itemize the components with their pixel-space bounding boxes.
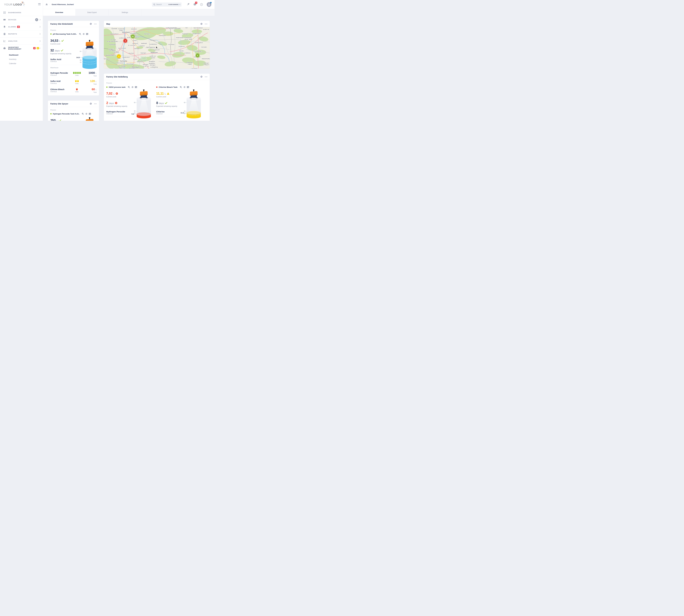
tank-analytics-button[interactable] xyxy=(128,86,130,88)
sidebar-item-alarms[interactable]: ALARMS 18 xyxy=(0,23,43,30)
chevron-down-icon xyxy=(39,48,41,49)
map-canvas[interactable]: GrünstadtFrankenthal(Pfalz)WeinheimBuche… xyxy=(104,27,210,69)
tank-device-button[interactable] xyxy=(86,33,88,35)
tank-status-dot xyxy=(106,87,108,88)
svg-text:11,11: 11,11 xyxy=(181,112,184,114)
capacity-value: 32 xyxy=(50,48,54,52)
map-city-label: Stromberg- xyxy=(140,58,147,60)
level-status-icon xyxy=(167,92,169,95)
card-more-button[interactable]: ••• xyxy=(94,23,97,25)
home-icon[interactable] xyxy=(46,3,48,5)
sidebar-item-devices[interactable]: DEVICES + xyxy=(0,16,43,23)
sidebar-item-analysis[interactable]: ANALYSIS xyxy=(0,38,43,45)
warning-icon xyxy=(167,92,169,95)
card-settings-button[interactable] xyxy=(200,75,203,78)
tank-analytics-button[interactable] xyxy=(180,86,182,88)
subnav-item-inventory[interactable]: Inventory xyxy=(9,57,43,61)
app-logo[interactable]: YOUR LOGO xyxy=(4,3,22,6)
chart-line-icon xyxy=(3,40,6,42)
breadcrumb: · Good Afternoon, Jochen! xyxy=(46,3,74,6)
inventory-yellow-badge: 2 xyxy=(37,47,39,49)
total-label: Total xyxy=(84,75,97,76)
gear-icon xyxy=(183,86,185,88)
card-more-button[interactable]: ••• xyxy=(94,103,97,105)
messages-button[interactable]: 4 xyxy=(193,3,196,6)
map-cluster-marker[interactable]: 2 xyxy=(117,54,121,59)
sidebar-item-inventory-management[interactable]: INVENTORY MANAGEMENT 4 2 xyxy=(0,45,43,52)
logo-text-logo: LOGO xyxy=(14,3,22,6)
tank-settings-button[interactable] xyxy=(132,86,134,88)
menu-toggle-button[interactable] xyxy=(38,3,41,5)
level-unit: L xyxy=(59,40,61,42)
card-settings-button[interactable] xyxy=(200,23,203,25)
add-device-button[interactable]: + xyxy=(35,18,38,21)
check-icon xyxy=(59,119,61,121)
map-city-label: an der Weinstraße xyxy=(107,41,118,42)
map-city-label: Bietigheim- xyxy=(149,63,155,64)
bell-icon xyxy=(3,26,6,28)
map-city-label: Burgbernheim xyxy=(192,33,201,35)
map-city-label: (Jagst) xyxy=(188,63,192,65)
sidebar-item-dashboards[interactable]: DASHBOARDS xyxy=(0,9,43,16)
launch-rocket-button[interactable] xyxy=(187,3,189,6)
tank-device-button[interactable] xyxy=(187,86,189,88)
subnav-item-dashboard[interactable]: Dashboard xyxy=(9,53,43,57)
tank-analytics-button[interactable] xyxy=(79,33,81,35)
units-label: Units xyxy=(70,74,84,76)
map-city-label: Bissingen xyxy=(150,64,155,66)
map-city-label: Bruchsal xyxy=(130,67,135,69)
tank-device-button[interactable] xyxy=(89,113,91,115)
tank-settings-button[interactable] xyxy=(183,86,185,88)
map-city-label: Neckarsulm xyxy=(153,49,160,50)
search-scope-dropdown[interactable]: EVERYWHERE xyxy=(168,4,180,5)
total-label: Total xyxy=(84,91,97,93)
sidebar-item-label: INVENTORY MANAGEMENT xyxy=(8,47,32,50)
level-value: 34,53 xyxy=(50,39,58,43)
tank-visualization: 60201034,53 xyxy=(75,39,98,70)
tank-settings-button[interactable] xyxy=(85,113,87,115)
map-cluster-marker[interactable]: 4 xyxy=(123,39,128,43)
tab-bar: Overview Data Export Settings xyxy=(43,9,214,16)
svg-text:20: 20 xyxy=(184,110,185,112)
map-cluster-marker[interactable]: 3 xyxy=(195,53,200,58)
card-map: Map ••• xyxy=(104,21,210,69)
tab-overview[interactable]: Overview xyxy=(43,9,76,16)
sidebar-item-label: DEVICES xyxy=(8,19,17,21)
tank-status-dot xyxy=(156,87,157,88)
card-more-button[interactable]: ••• xyxy=(205,76,207,78)
tank-device-button[interactable] xyxy=(135,86,137,88)
tank-settings-button[interactable] xyxy=(83,33,85,35)
card-settings-button[interactable] xyxy=(90,23,92,25)
card-settings-button[interactable] xyxy=(90,103,92,105)
search-input[interactable] xyxy=(156,4,168,5)
warehouse-item-type: Chemical xyxy=(50,74,70,76)
map-city-label: Mannheim xyxy=(122,31,130,33)
card-title: Map xyxy=(106,23,110,25)
server-icon xyxy=(86,33,88,35)
svg-text:10: 10 xyxy=(134,112,136,114)
tab-data-export[interactable]: Data Export xyxy=(76,9,109,16)
svg-text:22: 22 xyxy=(132,36,134,38)
user-avatar[interactable] xyxy=(207,2,211,7)
map-cluster-marker[interactable]: 22 xyxy=(130,34,135,39)
map-city-label: Grünstadt xyxy=(111,28,117,29)
sidebar-item-reports[interactable]: REPORTS xyxy=(0,30,43,38)
main-content: Factory Site Dinkelsbühl ••• Process pH … xyxy=(43,16,214,121)
map-city-label: Ludwigsburg xyxy=(150,66,158,68)
map-city-label: Mosbach xyxy=(151,39,156,41)
map-city-label: Eberbach xyxy=(144,33,150,35)
search-bar[interactable]: EVERYWHERE xyxy=(152,2,182,6)
chart-magnifier-icon xyxy=(180,86,182,88)
total-value: 1000 xyxy=(89,71,95,74)
map-city-label: St. Leon-Rot xyxy=(128,44,135,46)
error-icon xyxy=(116,92,118,95)
tab-settings[interactable]: Settings xyxy=(109,9,141,16)
tank-analytics-button[interactable] xyxy=(82,113,84,115)
top-bar: · Good Afternoon, Jochen! EVERYWHERE 4 xyxy=(43,0,214,9)
help-button[interactable]: ? xyxy=(200,3,203,6)
card-more-button[interactable]: ••• xyxy=(205,23,207,25)
card-title: Factory Site Dinkelsbühl xyxy=(50,23,73,25)
map-city-label: Rothenburg xyxy=(184,37,191,38)
subnav-item-calendar[interactable]: Calendar xyxy=(9,61,43,66)
map-city-label: Crailsheim xyxy=(184,52,190,54)
